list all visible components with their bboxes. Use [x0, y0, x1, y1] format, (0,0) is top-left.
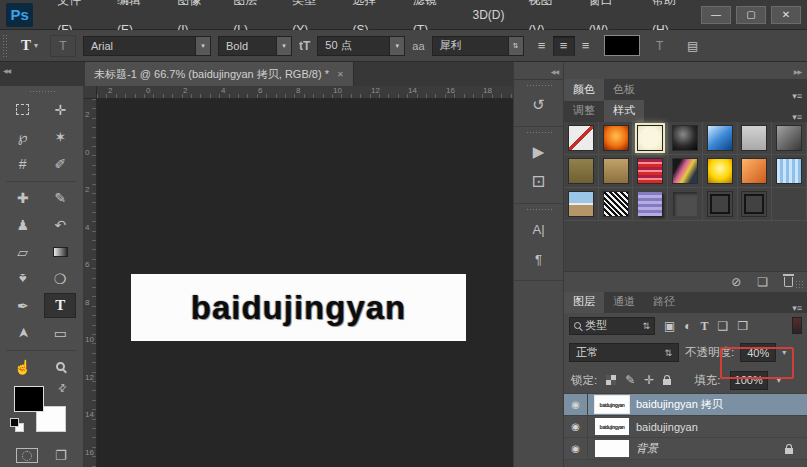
- close-tab-icon[interactable]: ✕: [337, 70, 344, 79]
- panel-menu-icon[interactable]: ▾≡: [792, 87, 807, 101]
- tab-layers[interactable]: 图层: [564, 291, 604, 313]
- style-swatch[interactable]: [703, 122, 738, 155]
- style-swatch[interactable]: [633, 188, 668, 221]
- style-swatch-selected[interactable]: [633, 122, 668, 155]
- magic-wand-tool[interactable]: ✶: [44, 124, 76, 149]
- visibility-cell[interactable]: ◉: [564, 416, 588, 437]
- blend-mode-select[interactable]: 正常 ⇅: [569, 343, 679, 362]
- layer-row-copy[interactable]: ◉ baidujingyan baidujingyan 拷贝: [564, 394, 807, 416]
- collapse-panels-icon[interactable]: ◀◀: [551, 69, 558, 75]
- trash-icon[interactable]: [784, 277, 793, 287]
- paragraph-panel-button[interactable]: ¶: [514, 244, 563, 274]
- text-orientation-toggle[interactable]: T: [50, 35, 76, 57]
- layer-row-background[interactable]: ◉ 背景: [564, 438, 807, 460]
- chevron-down-icon[interactable]: ▾: [777, 376, 781, 385]
- style-swatch[interactable]: [772, 122, 807, 155]
- rectangle-tool[interactable]: ▭: [44, 320, 76, 345]
- spot-healing-brush-tool[interactable]: ✚: [7, 185, 39, 210]
- lock-transparency-icon[interactable]: [606, 375, 616, 385]
- lock-all-icon[interactable]: [663, 379, 671, 385]
- style-swatch[interactable]: [703, 155, 738, 188]
- panel-menu-icon[interactable]: ▾≡: [792, 108, 807, 122]
- document-tab[interactable]: 未标题-1 @ 66.7% (baidujingyan 拷贝, RGB/8) *…: [85, 62, 354, 86]
- actions-panel-button[interactable]: ▶: [514, 137, 563, 167]
- gradient-tool[interactable]: [44, 239, 76, 264]
- clone-stamp-tool[interactable]: ♟: [7, 212, 39, 237]
- rectangular-marquee-tool[interactable]: [7, 97, 39, 122]
- style-swatch[interactable]: [599, 188, 634, 221]
- filter-type-icon[interactable]: T: [701, 320, 709, 332]
- style-swatch[interactable]: [564, 122, 599, 155]
- history-panel-button[interactable]: ↺: [514, 90, 563, 120]
- style-swatch[interactable]: [738, 188, 773, 221]
- align-right-button[interactable]: ≡: [575, 36, 597, 56]
- crop-tool[interactable]: #: [7, 151, 39, 176]
- style-swatch[interactable]: [564, 155, 599, 188]
- layer-row[interactable]: ◉ baidujingyan baidujingyan: [564, 416, 807, 438]
- font-family-select[interactable]: Arial ▾: [83, 36, 211, 56]
- style-swatch[interactable]: [599, 122, 634, 155]
- tab-paths[interactable]: 路径: [644, 291, 684, 313]
- chevron-down-icon[interactable]: ▾: [276, 37, 291, 55]
- style-swatch[interactable]: [668, 122, 703, 155]
- tab-adjustments[interactable]: 调整: [564, 100, 604, 122]
- tab-channels[interactable]: 通道: [604, 291, 644, 313]
- expand-panels-icon[interactable]: ▶▶: [794, 69, 801, 75]
- visibility-cell[interactable]: ◉: [564, 394, 588, 415]
- layer-name[interactable]: 背景: [636, 441, 658, 456]
- clear-style-icon[interactable]: ⊘: [731, 276, 741, 288]
- type-tool-preset[interactable]: T ▾: [16, 35, 43, 56]
- filter-shape-icon[interactable]: ❑: [718, 320, 729, 332]
- style-swatch[interactable]: [738, 155, 773, 188]
- style-swatch[interactable]: [668, 155, 703, 188]
- zoom-tool[interactable]: [44, 354, 76, 379]
- layer-thumbnail[interactable]: [595, 440, 629, 457]
- style-swatch[interactable]: [564, 188, 599, 221]
- align-left-button[interactable]: ≡: [531, 36, 553, 56]
- lasso-tool[interactable]: ℘: [7, 124, 39, 149]
- warp-text-button[interactable]: T: [647, 35, 673, 57]
- tab-color[interactable]: 颜色: [564, 79, 604, 101]
- style-swatch[interactable]: [738, 122, 773, 155]
- layer-thumbnail[interactable]: baidujingyan: [595, 396, 629, 413]
- swap-colors-icon[interactable]: ⇄: [55, 381, 69, 395]
- layer-filter-select[interactable]: 类型 ⇅: [569, 317, 655, 335]
- visibility-cell[interactable]: ◉: [564, 438, 588, 459]
- filter-smart-object-icon[interactable]: ❒: [737, 320, 748, 332]
- screen-mode-icon[interactable]: ❐: [55, 448, 67, 463]
- filter-toggle-switch[interactable]: [792, 317, 802, 334]
- filter-pixel-icon[interactable]: ▣: [664, 320, 675, 332]
- history-brush-tool[interactable]: ↶: [44, 212, 76, 237]
- filter-adjustment-icon[interactable]: ◐: [684, 320, 691, 332]
- lock-position-icon[interactable]: ✛: [644, 374, 654, 386]
- tab-styles[interactable]: 样式: [604, 100, 644, 122]
- layer-name[interactable]: baidujingyan 拷贝: [636, 397, 723, 412]
- lock-pixels-icon[interactable]: ✎: [625, 374, 635, 386]
- maximize-button[interactable]: ▢: [736, 6, 766, 24]
- chevron-down-icon[interactable]: ▾: [389, 37, 404, 55]
- style-swatch[interactable]: [772, 155, 807, 188]
- align-center-button[interactable]: ≡: [553, 36, 575, 56]
- text-color-swatch[interactable]: [604, 35, 640, 56]
- type-tool[interactable]: T: [44, 293, 76, 318]
- spinner-icon[interactable]: ⇅: [508, 37, 523, 55]
- canvas-area[interactable]: 2 0 2 4 6 8 10 12 14 16 18 2 0 2 4 6 8 1…: [84, 86, 513, 467]
- menu-3d[interactable]: 3D(D): [461, 0, 517, 30]
- style-swatch[interactable]: [668, 188, 703, 221]
- collapse-left-icon[interactable]: ◀◀: [3, 67, 10, 74]
- font-size-select[interactable]: 50 点 ▾: [317, 36, 405, 56]
- anti-alias-select[interactable]: 犀利 ⇅: [432, 36, 524, 56]
- quick-mask-button[interactable]: [16, 448, 38, 463]
- 3d-panel-button[interactable]: ⚀: [514, 167, 563, 197]
- toggle-panels-button[interactable]: ▤: [680, 35, 706, 57]
- chevron-down-icon[interactable]: ▾: [782, 348, 786, 357]
- hand-tool[interactable]: ☝: [7, 354, 39, 379]
- layer-name[interactable]: baidujingyan: [636, 421, 698, 433]
- brush-tool[interactable]: ✎: [44, 185, 76, 210]
- tab-swatches[interactable]: 色板: [604, 79, 644, 101]
- minimize-button[interactable]: —: [701, 6, 731, 24]
- blur-tool[interactable]: ♠: [7, 266, 39, 291]
- text-layer-artwork[interactable]: baidujingyan: [131, 274, 466, 341]
- dodge-tool[interactable]: ❍: [44, 266, 76, 291]
- character-panel-button[interactable]: A|: [514, 214, 563, 244]
